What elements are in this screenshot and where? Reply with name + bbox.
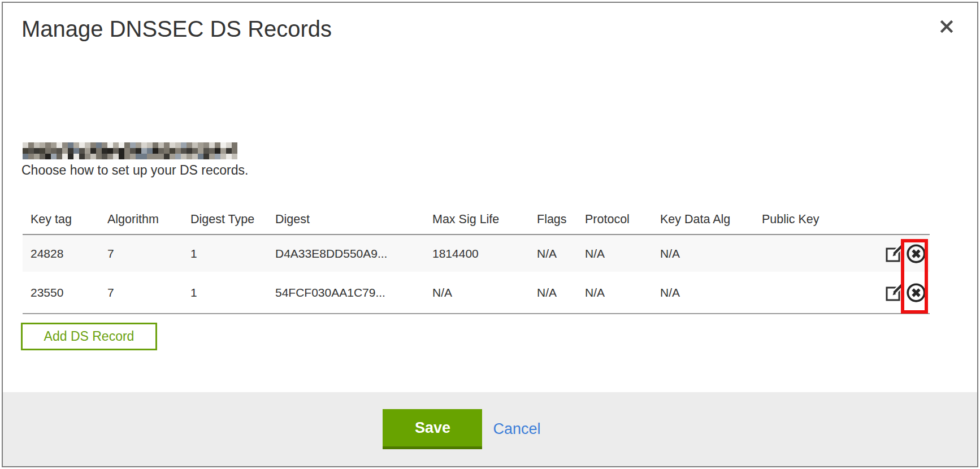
table-cell: 1814400: [425, 234, 530, 272]
add-ds-record-button[interactable]: Add DS Record: [21, 323, 157, 350]
row-actions-cell: [879, 234, 930, 272]
table-cell: D4A33E8DD550A9...: [268, 234, 425, 272]
table-cell: N/A: [578, 234, 653, 272]
manage-dnssec-modal: Manage DNSSEC DS Records Choose how to s…: [2, 2, 978, 467]
column-header: Key tag: [23, 205, 100, 234]
column-header-actions: [879, 205, 930, 234]
redacted-domain-name: [23, 142, 237, 159]
table-cell: 1: [183, 272, 268, 314]
table-cell: 1: [183, 234, 268, 272]
table-cell: N/A: [530, 272, 578, 314]
edit-record-button[interactable]: [884, 283, 904, 303]
save-button[interactable]: Save: [383, 409, 482, 449]
table-cell: N/A: [578, 272, 653, 314]
delete-record-button[interactable]: [905, 242, 927, 265]
column-header: Algorithm: [100, 205, 183, 234]
delete-icon: [905, 243, 927, 264]
close-button[interactable]: [938, 18, 956, 36]
table-cell: 54FCF030AA1C79...: [268, 272, 425, 314]
column-header: Protocol: [578, 205, 653, 234]
table-row: 2482871D4A33E8DD550A9...1814400N/AN/AN/A: [23, 234, 930, 272]
page-title: Manage DNSSEC DS Records: [21, 16, 332, 42]
edit-icon: [884, 244, 904, 263]
table-cell: N/A: [530, 234, 578, 272]
modal-footer: Save Cancel: [3, 392, 977, 466]
table-cell: 7: [100, 234, 183, 272]
column-header: Key Data Alg: [653, 205, 754, 234]
table-body: 2482871D4A33E8DD550A9...1814400N/AN/AN/A…: [23, 234, 930, 314]
edit-record-button[interactable]: [884, 244, 904, 264]
table-cell: 24828: [23, 234, 100, 272]
column-header: Digest: [268, 205, 425, 234]
instruction-text: Choose how to set up your DS records.: [21, 163, 248, 178]
table-row: 235507154FCF030AA1C79...N/AN/AN/AN/A: [23, 272, 930, 314]
cancel-link[interactable]: Cancel: [493, 420, 540, 438]
column-header: Max Sig Life: [425, 205, 530, 234]
table-cell: 7: [100, 272, 183, 314]
table-cell: N/A: [653, 234, 754, 272]
table-cell: 23550: [23, 272, 100, 314]
table-cell: N/A: [425, 272, 530, 314]
ds-records-table: Key tagAlgorithmDigest TypeDigestMax Sig…: [23, 205, 930, 314]
table-cell: [754, 234, 879, 272]
column-header: Public Key: [754, 205, 879, 234]
edit-icon: [884, 283, 904, 302]
table-cell: N/A: [653, 272, 754, 314]
table-header-row: Key tagAlgorithmDigest TypeDigestMax Sig…: [23, 205, 930, 234]
column-header: Flags: [530, 205, 578, 234]
delete-record-button[interactable]: [905, 281, 927, 304]
delete-icon: [905, 282, 927, 303]
row-actions-cell: [879, 272, 930, 314]
table-cell: [754, 272, 879, 314]
column-header: Digest Type: [183, 205, 268, 234]
close-icon: [939, 28, 955, 36]
